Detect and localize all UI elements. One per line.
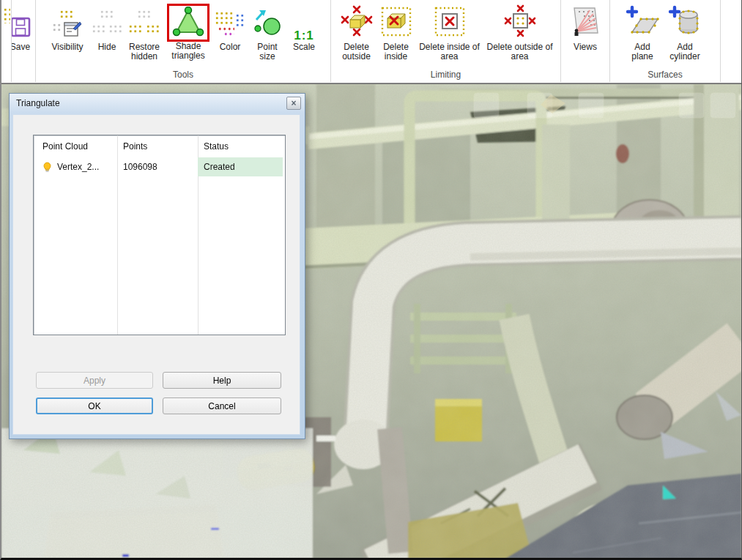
- column-header-point-cloud[interactable]: Point Cloud: [34, 141, 117, 152]
- ok-button[interactable]: OK: [36, 397, 153, 414]
- restore-hidden-button[interactable]: Restore hidden: [124, 1, 165, 61]
- ribbon-toolbar: Save: [1, 0, 741, 83]
- cancel-button[interactable]: Cancel: [163, 397, 281, 414]
- ribbon-group-views: Views: [561, 0, 610, 82]
- ribbon-group-tools: Visibility Hide: [36, 0, 331, 82]
- point-size-icon: [251, 9, 283, 40]
- close-icon: ×: [291, 99, 296, 108]
- clipped-toolbar-icon: [1, 0, 12, 82]
- delete-inside-button[interactable]: Delete inside: [377, 1, 415, 61]
- add-plane-icon: [625, 4, 660, 40]
- add-cylinder-button[interactable]: Add cylinder: [662, 1, 708, 61]
- shade-triangles-icon: [171, 7, 206, 40]
- status-cell: Created: [198, 157, 283, 176]
- application-window: Save: [0, 0, 742, 560]
- save-button[interactable]: Save: [12, 1, 35, 52]
- delete-inside-icon: [380, 4, 412, 40]
- save-icon: [12, 16, 31, 40]
- apply-button[interactable]: Apply: [36, 372, 153, 389]
- list-header: Point Cloud Points Status: [34, 135, 285, 157]
- visibility-button[interactable]: Visibility: [45, 1, 90, 52]
- delete-outside-icon: [341, 4, 373, 40]
- point-count: 1096098: [117, 162, 198, 172]
- point-size-button[interactable]: Point size: [248, 1, 286, 61]
- views-button[interactable]: Views: [563, 1, 607, 52]
- dots-icon: [3, 7, 10, 23]
- delete-outside-area-icon: [504, 4, 536, 40]
- ribbon-group-limiting: Delete outside: [331, 0, 561, 82]
- shade-triangles-highlight: [167, 4, 209, 42]
- point-cloud-list[interactable]: Point Cloud Points Status Verte: [33, 135, 286, 335]
- column-header-points[interactable]: Points: [117, 141, 198, 152]
- shade-triangles-button[interactable]: Shade triangles: [165, 1, 212, 61]
- views-icon: [569, 6, 601, 40]
- point-cloud-name: Vertex_2...: [57, 162, 99, 172]
- color-button[interactable]: Color: [212, 1, 248, 52]
- delete-outside-of-area-button[interactable]: Delete outside of area: [484, 1, 556, 61]
- color-icon: [215, 10, 245, 40]
- help-button[interactable]: Help: [163, 372, 281, 389]
- restore-hidden-icon: [128, 8, 160, 40]
- scale-button[interactable]: 1:1 Scale: [286, 1, 322, 52]
- table-row[interactable]: Vertex_2... 1096098 Created: [34, 157, 285, 176]
- ribbon-group-save: Save: [12, 0, 36, 82]
- hide-icon: [92, 8, 122, 40]
- triangulate-dialog: Triangulate × Point Cloud Points Status: [9, 93, 305, 439]
- hide-button[interactable]: Hide: [90, 1, 124, 52]
- delete-outside-button[interactable]: Delete outside: [336, 1, 377, 61]
- column-header-status[interactable]: Status: [198, 135, 283, 157]
- delete-inside-of-area-button[interactable]: Delete inside of area: [415, 1, 484, 61]
- delete-inside-area-icon: [434, 4, 466, 40]
- visibility-icon: [52, 8, 83, 40]
- close-button[interactable]: ×: [286, 97, 301, 110]
- dialog-title: Triangulate: [16, 98, 60, 108]
- save-label: Save: [12, 42, 30, 52]
- ribbon-group-surfaces: Add plane: [610, 0, 721, 82]
- add-plane-button[interactable]: Add plane: [623, 1, 662, 61]
- dialog-content: Point Cloud Points Status Verte: [12, 114, 300, 435]
- point-cloud-bulb-icon: [42, 162, 52, 173]
- add-cylinder-icon: [667, 4, 702, 40]
- ribbon-filler: [721, 0, 741, 82]
- scale-icon: 1:1: [294, 31, 314, 40]
